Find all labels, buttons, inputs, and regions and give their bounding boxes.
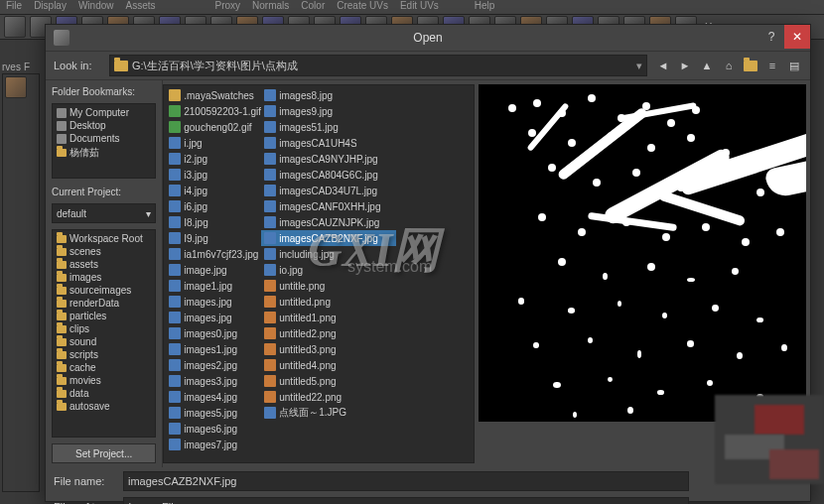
file-item[interactable]: image1.jpg (166, 278, 261, 294)
titlebar[interactable]: Open ? ✕ (46, 25, 810, 52)
menu-item[interactable]: Window (78, 0, 114, 14)
project-list[interactable]: Workspace Rootscenesassetsimagessourceim… (52, 229, 156, 438)
filetype-combo[interactable] (123, 497, 689, 504)
project-folder[interactable]: assets (55, 258, 153, 271)
menu-item[interactable]: Color (301, 0, 325, 14)
file-item[interactable]: i3.jpg (166, 167, 261, 183)
file-item[interactable]: imagesCAUZNJPK.jpg (261, 214, 396, 230)
project-folder[interactable]: scenes (55, 245, 153, 258)
file-item[interactable]: .mayaSwatches (166, 87, 261, 103)
file-item[interactable]: untitled.png (261, 294, 396, 310)
project-folder[interactable]: movies (55, 374, 153, 387)
file-item[interactable]: images51.jpg (261, 119, 356, 135)
file-item[interactable]: images5.jpg (166, 405, 261, 421)
file-item[interactable]: including.jpg (261, 246, 396, 262)
project-folder[interactable]: autosave (55, 400, 153, 413)
file-item[interactable]: images7.jpg (166, 437, 261, 452)
file-item[interactable]: images0.jpg (166, 325, 261, 341)
file-item[interactable]: images3.jpg (166, 373, 261, 389)
file-item[interactable]: images8.jpg (261, 87, 356, 103)
close-button[interactable]: ✕ (784, 25, 810, 49)
file-item[interactable]: I9.jpg (166, 230, 261, 246)
file-item[interactable]: i4.jpg (166, 183, 261, 198)
project-folder[interactable]: sound (55, 335, 153, 348)
project-folder[interactable]: sourceimages (55, 284, 153, 297)
menu-item[interactable]: Display (34, 0, 67, 14)
set-project-button[interactable]: Set Project... (52, 443, 156, 463)
file-item[interactable]: untitled22.png (261, 389, 396, 405)
jpg-icon (169, 343, 181, 355)
home-icon[interactable]: ⌂ (721, 58, 737, 73)
up-icon[interactable]: ▲ (699, 58, 715, 73)
bookmark-item[interactable]: Desktop (55, 119, 153, 132)
project-folder[interactable]: clips (55, 322, 153, 335)
menu-item[interactable]: Create UVs (337, 0, 388, 14)
file-item[interactable]: untitled4.png (261, 357, 396, 373)
bookmark-item[interactable]: Documents (55, 132, 153, 145)
file-item[interactable]: images6.jpg (166, 421, 261, 437)
file-item[interactable]: imagesCANF0XHH.jpg (261, 198, 396, 214)
file-item[interactable]: untitled5.png (261, 373, 396, 389)
file-item[interactable]: i6.jpg (166, 198, 261, 214)
side-tab[interactable]: rves (0, 60, 23, 74)
fwd-icon[interactable]: ► (677, 58, 693, 73)
file-item[interactable]: images.jpg (166, 310, 261, 325)
side-tab[interactable]: F (22, 60, 32, 74)
file-item[interactable]: i2.jpg (166, 151, 261, 167)
shelf-icon[interactable] (5, 76, 27, 98)
menu-item[interactable]: Assets (126, 0, 156, 14)
png-icon (264, 375, 276, 387)
file-item[interactable]: untitled2.png (261, 325, 396, 341)
jpg-icon (264, 264, 276, 276)
file-item[interactable]: imagesCAZB2NXF.jpg (261, 230, 396, 246)
folder-icon[interactable] (743, 58, 758, 73)
bookmark-item[interactable]: My Computer (55, 106, 153, 119)
file-item[interactable]: images2.jpg (166, 357, 261, 373)
file-item[interactable]: 点线面～1.JPG (261, 405, 396, 421)
tool-icon[interactable] (4, 16, 26, 38)
bookmark-list[interactable]: My ComputerDesktopDocuments杨倩茹 (52, 103, 156, 179)
file-item[interactable]: 2100592203-1.gif (166, 103, 261, 119)
project-folder[interactable]: Workspace Root (55, 232, 153, 245)
project-folder[interactable]: renderData (55, 297, 153, 310)
project-folder[interactable]: scripts (55, 348, 153, 361)
detail-view-icon[interactable]: ▤ (786, 58, 802, 73)
project-folder[interactable]: particles (55, 310, 153, 322)
project-folder[interactable]: data (55, 387, 153, 400)
file-item[interactable]: I8.jpg (166, 214, 261, 230)
file-item[interactable]: imagesCA9NYJHP.jpg (261, 151, 396, 167)
project-folder[interactable]: cache (55, 361, 153, 374)
file-list[interactable]: .mayaSwatches2100592203-1.gifgoucheng02.… (163, 84, 475, 463)
menu-item[interactable]: Edit UVs (400, 0, 439, 14)
path-text: G:\生活百科\学习资料\图片\点构成 (132, 59, 298, 73)
file-item[interactable]: image.jpg (166, 262, 261, 278)
back-icon[interactable]: ◄ (655, 58, 671, 73)
help-button[interactable]: ? (758, 25, 784, 49)
file-item[interactable]: i.jpg (166, 135, 261, 151)
filename-input[interactable] (123, 471, 689, 491)
file-item[interactable]: io.jpg (261, 262, 396, 278)
bookmark-item[interactable]: 杨倩茹 (55, 145, 153, 161)
menu-item[interactable]: Help (475, 0, 495, 14)
shelf-panel (2, 73, 40, 492)
file-item[interactable]: images1.jpg (166, 341, 261, 357)
file-item[interactable]: goucheng02.gif (166, 119, 261, 135)
file-item[interactable]: untitled1.png (261, 310, 396, 325)
file-item[interactable]: images4.jpg (166, 389, 261, 405)
file-item[interactable]: ia1m6v7cjf23.jpg (166, 246, 261, 262)
file-item[interactable]: imagesCA1UH4SU.jpg (261, 135, 356, 151)
path-combo[interactable]: G:\生活百科\学习资料\图片\点构成 ▾ (109, 55, 647, 76)
file-item[interactable]: untitled3.png (261, 341, 396, 357)
menu-item[interactable]: File (6, 0, 22, 14)
menu-item[interactable]: Normals (252, 0, 289, 14)
project-folder[interactable]: images (55, 271, 153, 284)
file-item[interactable]: images.jpg (166, 294, 261, 310)
menu-item[interactable]: Proxy (215, 0, 241, 14)
menu-bar[interactable]: FileDisplayWindowAssetsProxyNormalsColor… (0, 0, 824, 14)
list-view-icon[interactable]: ≡ (764, 58, 780, 73)
file-item[interactable]: images9.jpg (261, 103, 356, 119)
file-item[interactable]: imagesCA804G6C.jpg (261, 167, 396, 183)
file-item[interactable]: imagesCAD34U7L.jpg (261, 183, 396, 198)
file-item[interactable]: untitle.png (261, 278, 396, 294)
project-combo[interactable]: default▾ (52, 203, 156, 223)
